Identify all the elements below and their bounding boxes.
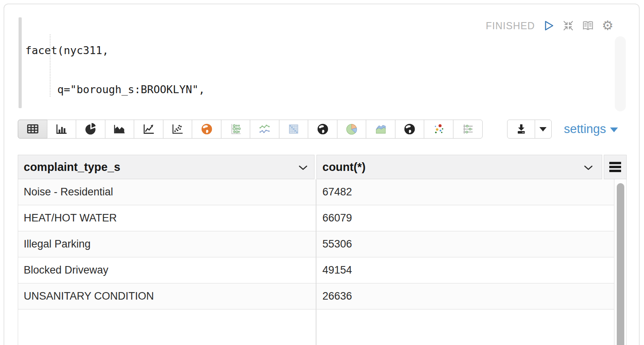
book-button[interactable]: [582, 19, 594, 32]
download-options-button[interactable]: [535, 120, 552, 139]
chart-type-pie-button[interactable]: [76, 120, 105, 139]
cell-count: 49154: [316, 264, 352, 276]
gear-button[interactable]: ⚙: [601, 19, 614, 32]
download-button[interactable]: [507, 120, 535, 139]
cell-complaint-type: HEAT/HOT WATER: [18, 212, 316, 224]
cell-count: 26636: [316, 290, 352, 302]
bubble-matrix-icon: [229, 122, 242, 136]
column-sort-toggle[interactable]: [298, 165, 308, 171]
chart-type-globe-button[interactable]: [308, 120, 337, 139]
chart-type-scatter-button[interactable]: [163, 120, 193, 139]
table-scrollbar-track[interactable]: [614, 179, 627, 345]
editor-gutter: [19, 17, 22, 108]
pie-chart-colored-icon: [345, 122, 358, 136]
pie-chart-icon: [84, 122, 97, 136]
globe-icon: [316, 122, 329, 136]
hamburger-menu-icon: [609, 162, 621, 172]
chart-type-parallel-coordinates-button[interactable]: [453, 120, 483, 139]
collapse-button[interactable]: [562, 19, 575, 32]
chart-type-table-button[interactable]: [18, 120, 47, 139]
chart-type-map-button[interactable]: [192, 120, 221, 139]
caret-down-icon: [539, 127, 547, 131]
status-badge: FINISHED: [486, 20, 535, 32]
download-button-group: [507, 120, 552, 139]
area-chart-icon: [113, 122, 126, 136]
column-label: complaint_type_s: [18, 161, 120, 174]
download-icon: [515, 123, 528, 135]
chart-type-bar-button[interactable]: [47, 120, 77, 139]
cell-complaint-type: Illegal Parking: [18, 238, 316, 250]
parallel-coordinates-icon: [461, 122, 474, 136]
collapse-icon: [562, 20, 574, 32]
table-body: Noise - Residential 67482 HEAT/HOT WATER…: [18, 179, 614, 345]
play-icon: [543, 20, 554, 32]
paragraph-status-row: FINISHED ⚙: [486, 19, 614, 32]
editor-scrollbar-track: [615, 36, 626, 111]
settings-toggle[interactable]: settings: [564, 122, 618, 136]
map-globe-orange-icon: [200, 122, 213, 136]
chart-type-multiline-button[interactable]: [250, 120, 279, 139]
column-label: count(*): [317, 161, 366, 174]
scatter-colored-icon: [432, 122, 446, 136]
chart-type-globe-2-button[interactable]: [395, 120, 425, 139]
cell-complaint-type: UNSANITARY CONDITION: [18, 290, 316, 302]
chart-type-heatmap-button[interactable]: [279, 120, 309, 139]
chart-type-scatter-colored-button[interactable]: [424, 120, 453, 139]
cell-count: 66079: [316, 212, 352, 224]
caret-down-icon: [610, 128, 618, 132]
scatter-plot-icon: [171, 122, 184, 136]
gear-icon: ⚙: [602, 19, 614, 32]
column-header-count[interactable]: count(*): [316, 155, 602, 179]
book-icon: [582, 19, 594, 32]
correlation-matrix-icon: [287, 122, 300, 136]
chevron-down-icon: [298, 165, 308, 171]
table-menu-button[interactable]: [604, 155, 627, 179]
paragraph-card: facet(nyc311, q="borough_s:BROOKLYN", bu…: [4, 4, 640, 345]
cell-complaint-type: Noise - Residential: [18, 186, 316, 198]
chart-type-line-button[interactable]: [134, 120, 163, 139]
bar-chart-icon: [55, 122, 68, 136]
chart-type-bubble-button[interactable]: [221, 120, 251, 139]
chevron-down-icon: [584, 165, 593, 171]
stacked-area-icon: [374, 122, 388, 136]
column-sort-toggle[interactable]: [584, 165, 593, 171]
play-button[interactable]: [542, 19, 555, 32]
cell-count: 67482: [316, 186, 352, 198]
table-icon: [26, 122, 39, 136]
cell-complaint-type: Blocked Driveway: [18, 264, 316, 276]
globe-2-icon: [403, 122, 416, 136]
column-divider: [316, 179, 316, 345]
table-header: complaint_type_s count(*): [18, 155, 627, 179]
table-scrollbar-thumb[interactable]: [617, 183, 624, 345]
code-line: q="borough_s:BROOKLYN",: [25, 83, 237, 96]
code-line: facet(nyc311,: [25, 44, 237, 57]
line-chart-icon: [142, 122, 155, 136]
visualization-toolbar: [18, 120, 483, 139]
chart-type-stacked-area-button[interactable]: [366, 120, 395, 139]
chart-type-pie-colored-button[interactable]: [337, 120, 367, 139]
column-header-complaint-type[interactable]: complaint_type_s: [18, 155, 315, 179]
settings-label: settings: [564, 122, 606, 136]
multi-line-chart-icon: [258, 122, 271, 136]
cell-count: 55306: [316, 238, 352, 250]
chart-type-area-button[interactable]: [105, 120, 135, 139]
